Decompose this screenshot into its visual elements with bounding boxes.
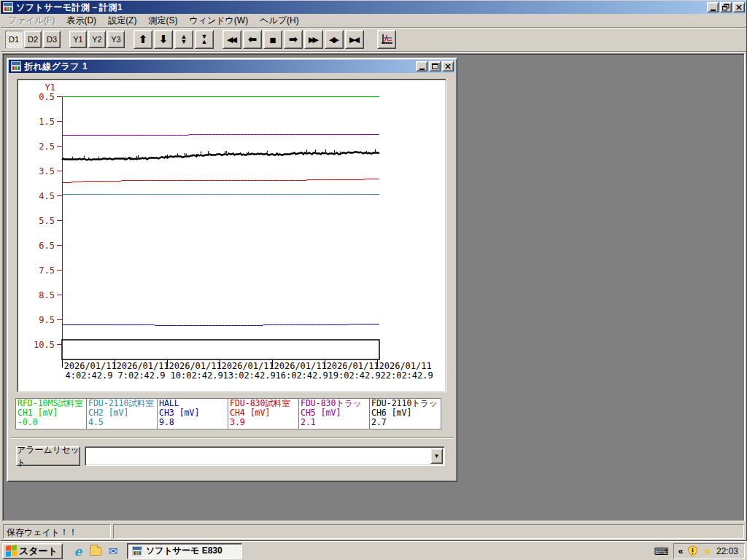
start-button[interactable]: スタート	[2, 543, 63, 559]
svg-text:5.5: 5.5	[39, 216, 55, 226]
graph-window-client: Y10.51.52.53.54.55.56.57.58.59.510.52026…	[9, 73, 455, 480]
d2-button[interactable]: D2	[24, 31, 42, 48]
expand-vertical-button[interactable]: ▲▼	[174, 30, 193, 49]
close-icon: ×	[735, 3, 743, 12]
menu-help[interactable]: ヘルプ(H)	[254, 13, 305, 28]
graph-view-button[interactable]	[377, 30, 396, 49]
svg-text:2026/01/11: 2026/01/11	[327, 361, 379, 371]
svg-text:22:02:42.9: 22:02:42.9	[381, 370, 433, 381]
svg-text:2026/01/11: 2026/01/11	[222, 361, 274, 371]
scroll-down-icon: ⬇	[159, 33, 169, 46]
svg-text:3.5: 3.5	[39, 166, 55, 176]
fast-forward-icon: ▶▶	[309, 35, 317, 44]
menu-measure[interactable]: 測定(S)	[142, 13, 183, 28]
legend-value: 2.1	[301, 418, 368, 427]
legend-value: 3.9	[230, 418, 297, 427]
expand-horizontal-icon: ◀▶	[329, 35, 337, 44]
y1-button[interactable]: Y1	[69, 31, 87, 48]
status-message: 保存ウェイト！！	[3, 524, 111, 539]
svg-text:7.5: 7.5	[39, 265, 55, 276]
scroll-down-button[interactable]: ⬇	[154, 30, 173, 49]
y2-button[interactable]: Y2	[88, 31, 106, 48]
legend-cell-ch3: HALL CH3 [mV] 9.8	[158, 399, 228, 429]
fast-rewind-icon: ◀◀	[227, 35, 235, 44]
alarm-combobox[interactable]: ▼	[85, 446, 445, 466]
combobox-dropdown-button[interactable]: ▼	[430, 448, 443, 464]
minimize-icon	[711, 9, 716, 11]
legend-cell-ch2: FDU-2110試料室 CH2 [mV] 4.5	[87, 399, 158, 429]
combobox-value[interactable]	[85, 447, 429, 465]
svg-text:2026/01/11: 2026/01/11	[379, 361, 432, 371]
svg-text:7:02:42.9: 7:02:42.9	[118, 370, 166, 381]
restore-button[interactable]	[720, 2, 732, 12]
svg-text:9.5: 9.5	[39, 315, 55, 325]
expand-horizontal-button[interactable]: ◀▶	[325, 30, 344, 49]
svg-text:4:02:42.9: 4:02:42.9	[66, 370, 113, 381]
maximize-icon	[432, 63, 438, 69]
channel-legend: RFD-10MS試料室 CH1 [mV] -0.0 FDU-2110試料室 CH…	[15, 398, 441, 429]
d3-button[interactable]: D3	[43, 31, 61, 48]
menu-window[interactable]: ウィンドウ(W)	[183, 13, 254, 28]
svg-text:1.5: 1.5	[39, 117, 55, 127]
y3-button[interactable]: Y3	[107, 31, 125, 48]
svg-text:6.5: 6.5	[39, 241, 55, 251]
task-app-icon	[132, 546, 142, 556]
graph-icon	[381, 34, 393, 45]
toolbar: D1 D2 D3 Y1 Y2 Y3 ⬆ ⬇ ▲▼ ▼▲ ◀◀ ⬅ ■ ➡ ▶▶ …	[1, 28, 746, 52]
minimize-button[interactable]	[707, 2, 719, 12]
compress-horizontal-button[interactable]: ▶◀	[345, 30, 364, 49]
svg-text:4.5: 4.5	[39, 191, 55, 201]
graph-window-titlebar: 折れ線グラフ 1 ×	[9, 60, 455, 73]
stop-button[interactable]: ■	[263, 30, 282, 49]
status-panel-2	[113, 524, 744, 539]
task-button-softthermo[interactable]: ソフトサーモ E830	[127, 543, 242, 559]
scroll-up-icon: ⬆	[139, 33, 148, 46]
svg-text:2026/01/11: 2026/01/11	[169, 361, 222, 371]
taskbar-clock: 22:03	[716, 546, 738, 556]
main-titlebar: ソフトサーモ計測－計測1 ×	[1, 1, 746, 14]
graph-window: 折れ線グラフ 1 × Y10.51.52.53.54.55.56.57.58.5…	[7, 58, 457, 482]
expand-vertical-icon: ▲▼	[181, 34, 187, 44]
task-label: ソフトサーモ E830	[146, 545, 222, 557]
chart-panel: Y10.51.52.53.54.55.56.57.58.59.510.52026…	[17, 79, 446, 392]
star-tray-icon[interactable]: ★	[703, 545, 712, 557]
legend-value: 9.8	[159, 418, 226, 427]
folder-icon[interactable]	[89, 545, 102, 558]
line-chart: Y10.51.52.53.54.55.56.57.58.59.510.52026…	[18, 79, 444, 390]
window-title: ソフトサーモ計測－計測1	[16, 1, 707, 14]
step-left-button[interactable]: ⬅	[243, 30, 262, 49]
step-right-button[interactable]: ➡	[284, 30, 303, 49]
keyboard-layout-icon[interactable]: ⌨	[654, 545, 669, 557]
graph-maximize-button[interactable]	[429, 61, 441, 71]
statusbar: 保存ウェイト！！	[2, 523, 745, 540]
svg-text:2026/01/11: 2026/01/11	[117, 361, 169, 371]
graph-minimize-button[interactable]	[416, 61, 427, 71]
security-shield-icon[interactable]	[687, 545, 698, 557]
fast-rewind-button[interactable]: ◀◀	[222, 30, 241, 49]
graph-close-button[interactable]: ×	[442, 61, 454, 71]
d1-button[interactable]: D1	[5, 31, 23, 48]
svg-text:10:02:42.9: 10:02:42.9	[171, 370, 223, 381]
close-icon: ×	[444, 62, 452, 71]
close-button[interactable]: ×	[733, 2, 745, 12]
legend-cell-ch4: FDU-830試料室 CH4 [mV] 3.9	[228, 399, 299, 429]
internet-explorer-icon[interactable]: e	[71, 545, 85, 558]
legend-cell-ch6: FDU-2110トラッ CH6 [mV] 2.7	[370, 399, 441, 429]
menu-file[interactable]: ファイル(F)	[2, 13, 61, 28]
tray-expand-icon[interactable]: «	[678, 546, 684, 556]
menu-settings[interactable]: 設定(Z)	[102, 13, 142, 28]
fast-forward-button[interactable]: ▶▶	[304, 30, 323, 49]
scroll-up-button[interactable]: ⬆	[133, 30, 152, 49]
start-label: スタート	[19, 545, 58, 558]
outlook-icon[interactable]: ✉	[107, 545, 120, 558]
menu-view[interactable]: 表示(D)	[61, 13, 102, 28]
legend-value: 2.7	[371, 418, 439, 427]
svg-text:19:02:42.9: 19:02:42.9	[328, 370, 381, 381]
menubar: ファイル(F) 表示(D) 設定(Z) 測定(S) ウィンドウ(W) ヘルプ(H…	[1, 14, 746, 28]
chevron-down-icon: ▼	[434, 453, 440, 459]
app-icon	[3, 2, 13, 12]
step-right-icon: ➡	[289, 33, 298, 46]
compress-vertical-button[interactable]: ▼▲	[195, 30, 214, 49]
alarm-reset-button[interactable]: アラームリセット	[16, 446, 80, 466]
legend-value: 4.5	[88, 418, 155, 427]
